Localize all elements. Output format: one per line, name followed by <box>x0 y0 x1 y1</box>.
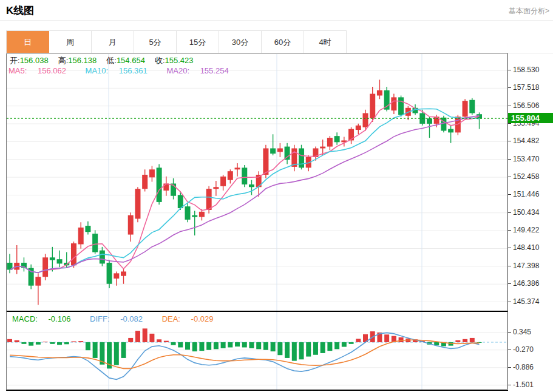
macd-bar <box>277 342 282 355</box>
candle-body <box>377 90 382 96</box>
high-value: 156.138 <box>68 56 97 65</box>
page-title: K线图 <box>6 4 34 18</box>
candle-body <box>85 226 90 232</box>
candle-body <box>242 167 247 184</box>
macd-axis-label-tick <box>508 332 511 333</box>
macd-bar <box>29 342 33 346</box>
macd-bar <box>199 342 204 351</box>
macd-bar <box>349 342 354 344</box>
candle-body <box>100 251 105 264</box>
candle-body <box>327 138 333 147</box>
candle-body <box>370 94 375 119</box>
macd-bar <box>178 342 183 347</box>
dea-legend-item: DEA: -0.029 <box>162 314 222 323</box>
tab-4hour[interactable]: 4时 <box>304 31 347 53</box>
macd-bar <box>384 334 389 342</box>
price-axis-label: 154.482 <box>513 137 552 145</box>
macd-bar <box>221 342 226 348</box>
candle-body <box>235 167 240 169</box>
tab-30min[interactable]: 30分 <box>219 31 262 53</box>
price-axis-label: 148.410 <box>513 243 552 252</box>
macd-bar <box>206 342 211 350</box>
price-axis-label: 153.470 <box>513 155 552 163</box>
macd-bar <box>285 342 290 358</box>
price-axis-label-tick <box>508 159 511 160</box>
candle-body <box>228 171 233 180</box>
macd-bar <box>463 339 467 342</box>
candle-body <box>142 175 148 189</box>
price-axis-label-tick <box>508 70 511 70</box>
price-axis-label-tick <box>508 177 511 177</box>
high-label: 高: <box>58 56 69 65</box>
ma10-legend-item: MA10: 156.361 <box>86 66 156 75</box>
macd-bar <box>334 342 339 349</box>
candle-body <box>35 277 41 286</box>
price-axis-label: 145.374 <box>513 297 552 306</box>
low-value: 154.654 <box>117 56 145 65</box>
macd-bar <box>228 342 232 347</box>
macd-bar <box>299 342 304 359</box>
macd-axis-label-tick <box>508 367 511 368</box>
macd-bar <box>57 342 62 345</box>
macd-bar <box>271 342 276 351</box>
macd-bar <box>263 342 268 350</box>
price-axis-label-tick <box>508 141 511 141</box>
candle-body <box>135 189 140 218</box>
macd-bar <box>143 328 148 342</box>
price-axis-label-tick <box>508 283 511 284</box>
candle-body <box>157 167 162 202</box>
fundamental-analysis-link[interactable]: 基本面分析> <box>509 6 549 16</box>
candle-body <box>463 101 468 117</box>
macd-bar <box>327 342 332 351</box>
candle-body <box>363 113 368 127</box>
kline-page: { "header": { "title": "K线图", "link": "基… <box>0 0 553 392</box>
macd-bar <box>313 342 318 355</box>
price-axis-label-tick <box>508 194 511 195</box>
price-axis-label: 151.446 <box>513 190 552 198</box>
candle-body <box>78 228 84 245</box>
macd-bar <box>128 338 133 342</box>
macd-bar <box>135 331 140 342</box>
macd-bar <box>256 342 261 349</box>
macd-bar <box>399 337 404 342</box>
price-axis-label: 158.530 <box>513 66 552 74</box>
macd-bar <box>114 342 119 365</box>
candle-body <box>356 126 361 130</box>
macd-bar <box>93 342 98 358</box>
macd-axis-label-tick <box>508 350 511 350</box>
candle-body <box>249 184 254 187</box>
candle-body <box>206 189 212 210</box>
tab-day[interactable]: 日 <box>7 31 49 53</box>
tab-week[interactable]: 周 <box>49 31 92 53</box>
tab-5min[interactable]: 5分 <box>134 31 177 53</box>
candle-body <box>185 206 191 220</box>
macd-bar <box>71 342 76 342</box>
macd-axis-label: -0.270 <box>513 345 552 354</box>
candle-body <box>50 257 55 260</box>
candle-body <box>285 147 290 160</box>
macd-bar <box>342 342 347 347</box>
candle-body <box>57 259 63 263</box>
pane-divider <box>7 311 508 312</box>
price-axis-label: 152.458 <box>513 172 552 181</box>
price-axis-label: 157.518 <box>513 83 552 92</box>
candle-body <box>121 271 126 275</box>
tab-15min[interactable]: 15分 <box>177 31 219 53</box>
price-axis-label-tick <box>508 302 511 302</box>
ma-legend: MA5: 156.062 MA10: 156.361 MA20: 155.254 <box>8 66 246 75</box>
macd-bar <box>249 342 254 348</box>
kline-candlestick-macd-chart[interactable] <box>7 54 508 390</box>
macd-bar <box>50 342 55 344</box>
macd-bar <box>157 339 161 342</box>
tab-60min[interactable]: 60分 <box>262 31 304 53</box>
macd-legend: MACD: -0.106 DIFF: -0.082 DEA: -0.029 <box>12 314 230 323</box>
candle-body <box>199 212 205 217</box>
macd-legend-item: MACD: -0.106 <box>12 314 79 323</box>
candle-body <box>270 148 276 154</box>
tab-month[interactable]: 月 <box>92 31 134 53</box>
candle-body <box>128 215 134 235</box>
macd-bar <box>21 342 26 344</box>
candle-body <box>192 215 197 217</box>
price-axis-label: 149.422 <box>513 226 552 234</box>
price-axis-label-tick <box>508 248 511 248</box>
